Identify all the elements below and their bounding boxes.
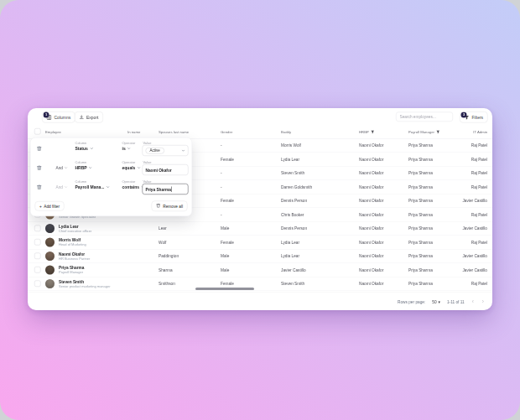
- cell-gender: -: [221, 139, 222, 153]
- employee-cell: Priya Sharma Payroll Manager: [59, 266, 84, 275]
- cell-hrbp: Naomi Okafor: [359, 180, 383, 194]
- next-page-button[interactable]: ›: [481, 298, 485, 305]
- employee-job-title: Payroll Manager: [59, 271, 84, 275]
- column-header-gender[interactable]: Gender: [221, 125, 232, 138]
- join-operator-select[interactable]: And: [56, 185, 68, 190]
- chevron-down-icon: [138, 167, 141, 169]
- filter-value-input-focused[interactable]: Priya Sharma: [143, 184, 189, 194]
- cell-spouses-last-name: Wolf: [159, 236, 166, 249]
- cell-buddy: Lydia Lear: [281, 236, 299, 249]
- cell-gender: -: [221, 167, 222, 180]
- cell-hrbp: Naomi Okafor: [359, 194, 383, 208]
- table-row[interactable]: Priya Sharma Payroll Manager Sharma Male…: [28, 263, 492, 277]
- cell-spouses-last-name: Paddington: [159, 250, 179, 263]
- filter-row-hrbp: And Column HRBP Operator equals Value Na…: [31, 159, 192, 179]
- column-header-buddy[interactable]: Buddy: [281, 125, 291, 138]
- operator-field-label: Operator: [122, 180, 136, 184]
- filter-row-status: Column Status Operator is Value Active: [31, 140, 192, 159]
- column-header-spouses-last-name[interactable]: Spouses last name: [159, 125, 189, 138]
- operator-field-label: Operator: [122, 142, 136, 146]
- search-input[interactable]: [396, 112, 453, 122]
- avatar: [45, 251, 55, 261]
- chevron-down-icon: [107, 186, 110, 189]
- delete-filter-icon[interactable]: [37, 146, 43, 152]
- row-checkbox[interactable]: [34, 281, 41, 288]
- remove-all-button[interactable]: Remove all: [152, 201, 188, 212]
- cell-hrbp: Naomi Okafor: [359, 153, 383, 166]
- cell-buddy: Dennis Person: [281, 222, 307, 236]
- row-checkbox[interactable]: [34, 253, 41, 260]
- cell-buddy: Darren Goldsmith: [281, 180, 312, 194]
- rows-per-page-label: Rows per page:: [398, 299, 425, 304]
- cell-payroll-manager: Priya Sharma: [408, 250, 433, 263]
- table-row[interactable]: Lydia Lear Chief executive officer Lear …: [28, 222, 492, 236]
- cell-buddy: Steven Smith: [281, 167, 304, 180]
- select-all-checkbox[interactable]: [34, 128, 41, 135]
- filter-operator-select[interactable]: is: [122, 147, 131, 152]
- column-header-employee[interactable]: Employee: [45, 125, 61, 138]
- cell-gender: Male: [221, 263, 229, 277]
- cell-gender: Female: [221, 153, 234, 166]
- cell-hrbp: Naomi Okafor: [359, 222, 383, 236]
- cell-buddy: Steven Smith: [281, 277, 304, 291]
- plus-icon: +: [39, 204, 42, 209]
- filter-column-select[interactable]: Payroll Mana...: [75, 185, 110, 190]
- cell-it-admin: Javier Castillo: [462, 263, 487, 277]
- export-button[interactable]: Export: [75, 111, 103, 123]
- filters-button[interactable]: 3 Filters: [460, 111, 488, 123]
- join-operator-select[interactable]: And: [56, 166, 68, 171]
- filter-operator-select[interactable]: contains: [122, 185, 145, 190]
- pagination-bar: Rows per page: 50 ▾ 1-11 of 11 ‹ ›: [28, 293, 492, 311]
- column-header-payroll-manager[interactable]: Payroll Manager: [408, 125, 439, 138]
- cell-it-admin: Javier Castillo: [462, 194, 487, 208]
- chevron-down-icon: [65, 186, 68, 189]
- avatar: [45, 238, 55, 247]
- columns-button[interactable]: 1 Columns: [42, 111, 75, 123]
- column-field-label: Column: [75, 180, 87, 184]
- cell-buddy: Javier Castillo: [281, 263, 306, 277]
- cell-hrbp: Naomi Okafor: [359, 208, 383, 221]
- row-checkbox[interactable]: [34, 239, 41, 246]
- cell-hrbp: Naomi Okafor: [359, 167, 383, 180]
- cell-spouses-last-name: Lear: [159, 222, 167, 236]
- filter-value-input[interactable]: Naomi Okafor: [143, 164, 189, 175]
- chevron-down-icon: [127, 148, 131, 150]
- cell-it-admin: Javier Castillo: [462, 222, 487, 236]
- column-header-hrbp[interactable]: HRBP: [359, 125, 374, 138]
- value-chip[interactable]: Active: [146, 148, 164, 154]
- cell-payroll-manager: Priya Sharma: [408, 236, 433, 249]
- filter-column-select[interactable]: HRBP: [75, 166, 92, 171]
- row-checkbox[interactable]: [34, 267, 41, 273]
- row-checkbox[interactable]: [34, 226, 41, 232]
- delete-filter-icon[interactable]: [37, 184, 43, 190]
- column-field-label: Column: [75, 161, 87, 165]
- horizontal-scrollbar[interactable]: [195, 288, 254, 290]
- employee-job-title: HR Business Partner: [59, 257, 90, 261]
- cell-hrbp: Naomi Okafor: [359, 250, 383, 263]
- delete-filter-icon[interactable]: [37, 165, 43, 171]
- previous-page-button[interactable]: ‹: [471, 298, 475, 305]
- cell-it-admin: Raj Patel: [471, 167, 487, 180]
- cell-spouses-last-name: Sharma: [159, 263, 173, 277]
- cell-it-admin: Raj Patel: [471, 139, 487, 153]
- cell-payroll-manager: Priya Sharma: [408, 153, 433, 166]
- table-row[interactable]: Steven Smith Senior product marketing ma…: [28, 277, 492, 292]
- desktop-background: 1 Columns Export 3 Filters: [0, 0, 520, 420]
- filter-operator-select[interactable]: equals: [122, 166, 141, 171]
- table-row[interactable]: Naomi Okafor HR Business Partner Padding…: [28, 250, 492, 264]
- filter-value-select[interactable]: Active: [143, 145, 189, 156]
- table-row[interactable]: Morris Wolf Head of Marketing Wolf Femal…: [28, 236, 492, 250]
- cell-payroll-manager: Priya Sharma: [408, 222, 433, 236]
- filter-column-select[interactable]: Status: [75, 147, 93, 152]
- filter-builder-panel: Column Status Operator is Value Active: [30, 137, 192, 216]
- cell-it-admin: Javier Castillo: [462, 250, 487, 263]
- add-filter-button[interactable]: + Add filter: [35, 201, 65, 211]
- column-header-in-name[interactable]: In name: [127, 125, 140, 138]
- column-header-it-admin[interactable]: IT Admin: [473, 125, 487, 138]
- cell-it-admin: Raj Patel: [471, 153, 487, 166]
- cell-it-admin: Raj Patel: [471, 236, 487, 249]
- cell-buddy: Lydia Lear: [281, 153, 299, 166]
- cell-payroll-manager: Priya Sharma: [408, 139, 433, 153]
- rows-per-page-select[interactable]: 50 ▾: [432, 299, 440, 304]
- cell-it-admin: Raj Patel: [471, 208, 487, 221]
